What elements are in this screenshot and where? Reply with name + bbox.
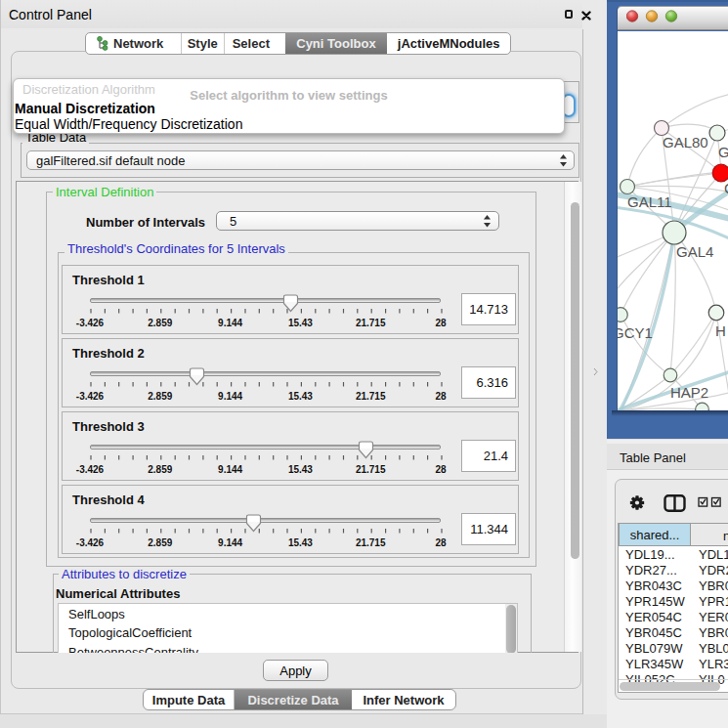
- svg-text:H: H: [715, 322, 726, 339]
- svg-text:C: C: [724, 180, 728, 196]
- svg-text:GAL11: GAL11: [627, 193, 672, 210]
- svg-text:GAL4: GAL4: [676, 243, 713, 260]
- svg-text:GCY1: GCY1: [618, 324, 653, 341]
- svg-text:GAL80: GAL80: [663, 134, 708, 150]
- svg-text:HAP2: HAP2: [670, 384, 708, 401]
- svg-text:G...: G...: [718, 144, 728, 160]
